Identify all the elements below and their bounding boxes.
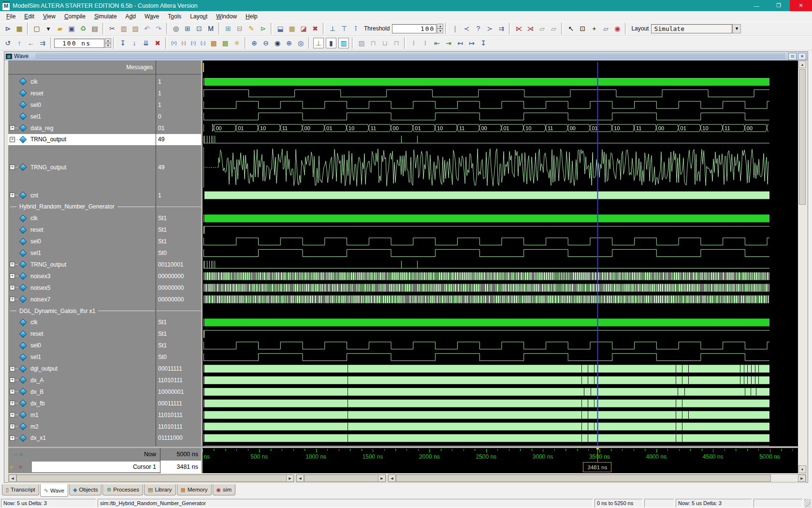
expand-button[interactable]: + bbox=[10, 412, 15, 418]
cursor-name-field[interactable]: Cursor 1 bbox=[32, 462, 160, 472]
open-folder-icon[interactable]: ▰ bbox=[54, 23, 66, 34]
minimize-button[interactable]: — bbox=[745, 0, 768, 11]
wrench-icon[interactable]: ✐ bbox=[14, 464, 18, 469]
layout-dropdown-button[interactable]: ▼ bbox=[732, 24, 741, 33]
expand-button[interactable]: + bbox=[10, 273, 15, 279]
trace-forward-icon[interactable]: ⇉ bbox=[495, 23, 507, 34]
signal-name-pane[interactable]: clkresetsel0sel1+data_reg+TRNG_output+TR… bbox=[8, 75, 156, 446]
remove-cursor-right-icon[interactable]: ⋊ bbox=[524, 23, 536, 34]
resize-grip[interactable] bbox=[804, 499, 811, 508]
menu-tools[interactable]: Tools bbox=[163, 12, 186, 21]
menu-file[interactable]: File bbox=[2, 12, 20, 21]
tab-objects[interactable]: ◆Objects bbox=[69, 484, 102, 495]
trace-next-icon[interactable]: ≻ bbox=[484, 23, 495, 34]
back-icon[interactable]: ← bbox=[25, 37, 37, 49]
pan-mode-icon[interactable]: + bbox=[588, 23, 600, 34]
expand-button[interactable]: + bbox=[10, 164, 15, 170]
dataset-grid-icon[interactable]: ▦ bbox=[286, 23, 298, 34]
signal-row-sel0[interactable]: sel0 bbox=[8, 340, 156, 351]
expand-button[interactable]: + bbox=[10, 377, 15, 383]
menu-add[interactable]: Add bbox=[121, 12, 140, 21]
menu-edit[interactable]: Edit bbox=[20, 12, 39, 21]
next-transition-icon[interactable]: ⇥ bbox=[443, 37, 454, 49]
extend-first-icon[interactable]: ⊤ bbox=[338, 23, 350, 34]
signal-row-m1[interactable]: +m1 bbox=[8, 409, 156, 421]
trace-question-icon[interactable]: ? bbox=[472, 23, 484, 34]
add-cursor-icon[interactable]: I bbox=[408, 37, 420, 49]
select-pointer-icon[interactable]: ↖ bbox=[565, 23, 577, 34]
expand-button[interactable]: + bbox=[10, 137, 15, 142]
undo-icon[interactable]: ↶ bbox=[141, 23, 153, 34]
edit-cursors-icon[interactable]: ✎ bbox=[10, 452, 14, 457]
menu-compile[interactable]: Compile bbox=[60, 12, 90, 21]
monitor-icon[interactable]: ▭ bbox=[14, 452, 19, 457]
signal-row-sel0[interactable]: sel0 bbox=[8, 236, 156, 247]
run-next-icon[interactable]: ⇉ bbox=[37, 37, 48, 49]
name-value-divider[interactable] bbox=[156, 60, 156, 473]
expand-button[interactable]: + bbox=[10, 262, 15, 267]
signal-value-pane[interactable]: 11100149491St1St1St1St000110001000000000… bbox=[156, 75, 201, 446]
maximize-button[interactable]: ❐ bbox=[768, 0, 790, 11]
zoom-range-icon[interactable]: ⊕ bbox=[283, 37, 295, 49]
cut-icon[interactable]: ✂ bbox=[106, 23, 118, 34]
save-icon[interactable]: ▣ bbox=[66, 23, 77, 34]
waveform-display[interactable] bbox=[203, 60, 798, 446]
signal-row-sel1[interactable]: sel1 bbox=[8, 247, 156, 259]
add-wave-icon[interactable]: ⊞ bbox=[222, 23, 234, 34]
menu-help[interactable]: Help bbox=[241, 12, 262, 21]
horizontal-scroll-thumb[interactable] bbox=[304, 475, 379, 482]
extend-threshold-icon[interactable]: ⊺ bbox=[350, 23, 362, 34]
refresh-icon[interactable]: ♻ bbox=[77, 23, 89, 34]
wave-undock-button[interactable]: ⊡ bbox=[788, 53, 797, 60]
trace-back-icon[interactable]: ∣ bbox=[449, 23, 461, 34]
layout-combobox[interactable]: Simulate bbox=[651, 24, 732, 33]
remove-wave-icon[interactable]: ⊟ bbox=[234, 23, 246, 34]
multi-edge-icon[interactable]: ▥ bbox=[338, 38, 349, 48]
expand-button[interactable]: + bbox=[10, 297, 15, 302]
lock-cursor-icon[interactable]: ◆ bbox=[10, 464, 13, 469]
zoom-out-icon[interactable]: ⊖ bbox=[260, 37, 272, 49]
run-length-input[interactable]: 100 ns bbox=[54, 39, 104, 48]
signal-row-sel1[interactable]: sel1 bbox=[8, 111, 156, 122]
tab-wave[interactable]: ∿Wave bbox=[40, 484, 68, 497]
memory-grid-icon[interactable]: ▩ bbox=[219, 37, 231, 49]
export-wave-icon[interactable]: ⊳ bbox=[257, 23, 269, 34]
step-into-icon[interactable]: {+} bbox=[169, 37, 179, 49]
signal-row-dx_fb[interactable]: +dx_fb bbox=[8, 398, 156, 409]
wave-close-button[interactable]: ✕ bbox=[798, 53, 806, 60]
signal-row-cnt[interactable]: +cnt bbox=[8, 190, 156, 201]
scroll-left-button[interactable]: ◀ bbox=[296, 475, 304, 482]
signal-row-TRNG_output[interactable]: +TRNG_output bbox=[8, 134, 156, 146]
next-edge-icon[interactable]: ↦ bbox=[466, 37, 478, 49]
delete-cursor-icon[interactable]: I bbox=[420, 37, 431, 49]
add-marker-icon[interactable]: ⊕ bbox=[19, 452, 23, 457]
pause-hand-icon[interactable]: ✳ bbox=[231, 37, 243, 49]
page-b-icon[interactable]: ▱ bbox=[548, 23, 559, 34]
horizontal-scrollbar-3[interactable]: ◀▶ bbox=[388, 474, 806, 482]
prev-transition-icon[interactable]: ⇤ bbox=[431, 37, 443, 49]
signal-row-noisex3[interactable]: +noisex3 bbox=[8, 270, 156, 282]
stop-light-icon[interactable]: ◉ bbox=[611, 23, 623, 34]
horizontal-scrollbar-2[interactable]: ◀▶ bbox=[296, 474, 386, 482]
profile-grid-icon[interactable]: ▩ bbox=[208, 37, 219, 49]
prev-edge-icon[interactable]: ↤ bbox=[454, 37, 466, 49]
paste-icon[interactable]: ▧ bbox=[130, 23, 141, 34]
filter-icon[interactable]: ◪ bbox=[298, 23, 309, 34]
zoom-in-icon[interactable]: ⊕ bbox=[248, 37, 260, 49]
expand-button[interactable]: + bbox=[10, 193, 15, 198]
menu-view[interactable]: View bbox=[39, 12, 60, 21]
signal-row-noisex7[interactable]: +noisex7 bbox=[8, 294, 156, 305]
scroll-right-button[interactable]: ▶ bbox=[286, 475, 294, 482]
tab-memory[interactable]: ▦Memory bbox=[177, 484, 212, 495]
timeline-ruler[interactable] bbox=[203, 448, 798, 473]
signal-row-dx_x1[interactable]: +dx_x1 bbox=[8, 433, 156, 444]
signal-row-data_reg[interactable]: +data_reg bbox=[8, 122, 156, 134]
menu-window[interactable]: Window bbox=[212, 12, 241, 21]
insert-cursor-icon[interactable]: ⊥ bbox=[313, 38, 324, 48]
expand-button[interactable]: + bbox=[10, 401, 15, 406]
edit-wave-icon[interactable]: ✎ bbox=[246, 23, 257, 34]
shrink-wave-icon[interactable]: ⊔ bbox=[379, 37, 391, 49]
signal-row-dx_A[interactable]: +dx_A bbox=[8, 374, 156, 386]
redo-icon[interactable]: ↷ bbox=[153, 23, 164, 34]
expand-button[interactable]: + bbox=[10, 125, 15, 131]
